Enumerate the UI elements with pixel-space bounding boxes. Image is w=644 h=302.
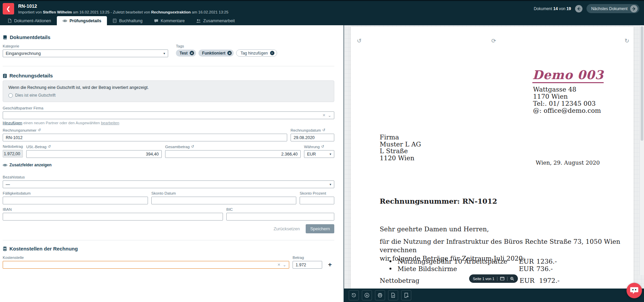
section-rechnungsdetails: Rechnungsdetails bbox=[3, 73, 334, 78]
chat-widget-button[interactable] bbox=[627, 283, 642, 298]
history-icon[interactable]: ↺ bbox=[321, 144, 324, 149]
partner-select[interactable]: ✕ ⌄ bbox=[3, 111, 334, 119]
skonto-datum-label: Skonto Datum bbox=[151, 191, 296, 195]
save-button[interactable]: Speichern bbox=[306, 224, 334, 233]
history-icon[interactable]: ↺ bbox=[322, 128, 325, 132]
tab-bar: Dokument-Aktionen Prüfungsdetails Buchha… bbox=[0, 16, 644, 25]
gutschrift-info-text: Wenn die Rechnung eine Gutschrift ist, w… bbox=[8, 85, 329, 90]
rechnungsnummer-input[interactable] bbox=[3, 134, 287, 141]
add-tag-button[interactable]: Tag hinzufügen + bbox=[236, 49, 277, 57]
add-partner-link[interactable]: Hinzufügen bbox=[3, 121, 22, 125]
arrow-right-icon bbox=[632, 7, 636, 11]
back-button[interactable]: ❮ bbox=[3, 3, 14, 14]
rotate-right-icon[interactable]: ↻ bbox=[624, 37, 629, 44]
letter-line-item: Nutzungsgebühr 10 Arbeitsplätze EUR 1236… bbox=[389, 258, 557, 265]
bic-input[interactable] bbox=[226, 213, 334, 221]
document-title: RN-1012 bbox=[18, 3, 228, 9]
document-pager: Dokument 14 von 19 Nächstes Dokument bbox=[534, 4, 639, 13]
next-document-label: Nächstes Dokument bbox=[591, 6, 628, 11]
remove-tag-icon[interactable]: ✕ bbox=[190, 51, 194, 55]
chevron-down-icon: ⌄ bbox=[283, 263, 286, 267]
rotate-left-icon[interactable]: ↺ bbox=[357, 37, 362, 44]
bezahlstatus-select[interactable]: — ▾ bbox=[3, 180, 334, 188]
gutschrift-infobox: Wenn die Rechnung eine Gutschrift ist, w… bbox=[3, 80, 334, 102]
history-icon[interactable]: ↺ bbox=[38, 128, 41, 132]
zoom-in-icon[interactable] bbox=[510, 277, 514, 281]
kategorie-value: Eingangsrechnung bbox=[6, 51, 161, 56]
faelligkeitsdatum-label: Fälligkeitsdatum bbox=[3, 191, 148, 195]
iban-label: IBAN bbox=[3, 207, 223, 211]
viewer-toolbar bbox=[344, 289, 644, 302]
document-check-button[interactable] bbox=[388, 290, 398, 300]
tag-pill-test[interactable]: Test ✕ bbox=[176, 49, 196, 57]
viewer-scrollbar[interactable] bbox=[639, 25, 644, 275]
betrag-input[interactable] bbox=[293, 261, 322, 269]
people-icon bbox=[196, 19, 201, 23]
history-icon[interactable]: ↺ bbox=[48, 144, 51, 149]
rechnungsdatum-input[interactable] bbox=[291, 134, 334, 141]
waehrung-select[interactable]: EUR ▾ bbox=[304, 150, 334, 158]
rechnungsnummer-label: Rechnungsnummer bbox=[3, 128, 36, 132]
tags-label: Tags bbox=[176, 44, 277, 48]
faelligkeitsdatum-input[interactable] bbox=[3, 197, 148, 204]
letter-greeting: Sehr geehrte Damen und Herren, bbox=[380, 225, 489, 233]
fit-page-icon[interactable] bbox=[500, 277, 504, 280]
reset-button[interactable]: Zurücksetzen bbox=[273, 226, 300, 231]
kostenstelle-select[interactable]: ✕ ⌄ bbox=[3, 261, 289, 269]
clear-icon[interactable]: ✕ bbox=[323, 113, 326, 118]
print-button[interactable] bbox=[375, 290, 385, 300]
refresh-rotation-icon[interactable]: ⟳ bbox=[491, 37, 496, 44]
history-icon[interactable]: ↺ bbox=[191, 144, 194, 149]
nettobetrag-label: Nettobetrag bbox=[3, 144, 23, 148]
pager-current: 14 bbox=[553, 6, 558, 11]
export-button[interactable] bbox=[401, 290, 411, 300]
page-indicator-label: Seite 1 von 1 bbox=[473, 277, 494, 281]
next-document-button[interactable]: Nächstes Dokument bbox=[586, 4, 639, 13]
clear-icon[interactable]: ✕ bbox=[277, 263, 280, 267]
chat-bubble-icon bbox=[630, 287, 639, 295]
kategorie-label: Kategorie bbox=[3, 44, 168, 48]
letter-sender-address: Wattgasse 48 1170 Wien Tel:. 01/ 12345 0… bbox=[533, 86, 601, 114]
add-kostenstelle-button[interactable]: + bbox=[326, 256, 334, 269]
gutschrift-radio[interactable] bbox=[8, 93, 13, 98]
book-icon bbox=[3, 35, 7, 40]
arrow-right-circle bbox=[630, 5, 638, 12]
history-button[interactable] bbox=[349, 290, 359, 300]
letter-dateline: Wien, 29. August 2020 bbox=[536, 160, 600, 166]
gutschrift-radio-label: Dies ist eine Gutschrift bbox=[15, 93, 55, 98]
scrollbar-thumb[interactable] bbox=[641, 26, 643, 141]
bezahlstatus-label: Bezahlstatus bbox=[3, 175, 334, 179]
skonto-prozent-input[interactable] bbox=[300, 197, 334, 204]
letter-recipient: Firma Muster L AG L Straße 1120 Wien bbox=[380, 134, 421, 161]
caret-down-icon: ▾ bbox=[163, 52, 165, 55]
partner-hint: Hinzufügen einen neuen Partner oder den … bbox=[3, 121, 334, 125]
download-icon bbox=[364, 293, 370, 298]
download-button[interactable] bbox=[362, 290, 372, 300]
iban-input[interactable] bbox=[3, 213, 223, 221]
tag-pill-funktioniert[interactable]: Funktioniert ✕ bbox=[198, 49, 234, 57]
kategorie-select[interactable]: Eingangsrechnung ▾ bbox=[3, 49, 168, 57]
gesamtbetrag-input[interactable] bbox=[165, 150, 301, 158]
previous-document-button[interactable] bbox=[575, 5, 582, 12]
ust-betrag-input[interactable] bbox=[26, 150, 162, 158]
section-divider bbox=[3, 240, 334, 240]
partner-label: Geschäftspartner Firma bbox=[3, 106, 334, 110]
tab-zusammenarbeit[interactable]: Zusammenarbeit bbox=[190, 16, 240, 25]
edit-partner-link[interactable]: bearbeiten bbox=[101, 121, 119, 125]
section-dokumentdetails: Dokumentdetails bbox=[3, 34, 334, 40]
add-tag-plus-icon: + bbox=[270, 51, 274, 55]
tab-pruefungsdetails[interactable]: Prüfungsdetails bbox=[57, 16, 107, 25]
waehrung-value: EUR bbox=[307, 152, 328, 157]
pager-total: 19 bbox=[567, 6, 571, 11]
tab-dokument-aktionen[interactable]: Dokument-Aktionen bbox=[2, 16, 57, 25]
skonto-datum-input[interactable] bbox=[151, 197, 296, 204]
tab-buchhaltung[interactable]: Buchhaltung bbox=[107, 16, 148, 25]
gutschrift-radio-row[interactable]: Dies ist eine Gutschrift bbox=[8, 93, 329, 98]
edited-by: Rechnungsextraktion bbox=[151, 10, 191, 14]
caret-down-icon: ▾ bbox=[330, 152, 331, 156]
zusatzfelder-toggle[interactable]: Zusatzfelder anzeigen bbox=[3, 163, 334, 167]
betrag-label: Betrag bbox=[293, 256, 322, 260]
kostenstelle-label: Kostenstelle bbox=[3, 256, 289, 260]
remove-tag-icon[interactable]: ✕ bbox=[227, 51, 232, 55]
tab-kommentare[interactable]: Kommentare bbox=[148, 16, 191, 25]
